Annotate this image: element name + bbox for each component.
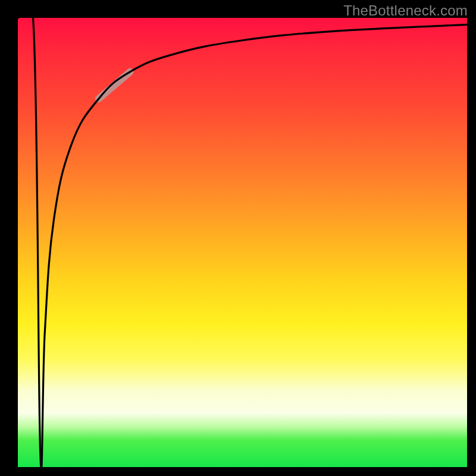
chart-frame: TheBottleneck.com (0, 0, 476, 476)
watermark-text: TheBottleneck.com (343, 2, 468, 19)
curve-layer (18, 18, 467, 467)
curve-highlight (99, 72, 130, 99)
curve-main (18, 0, 467, 469)
